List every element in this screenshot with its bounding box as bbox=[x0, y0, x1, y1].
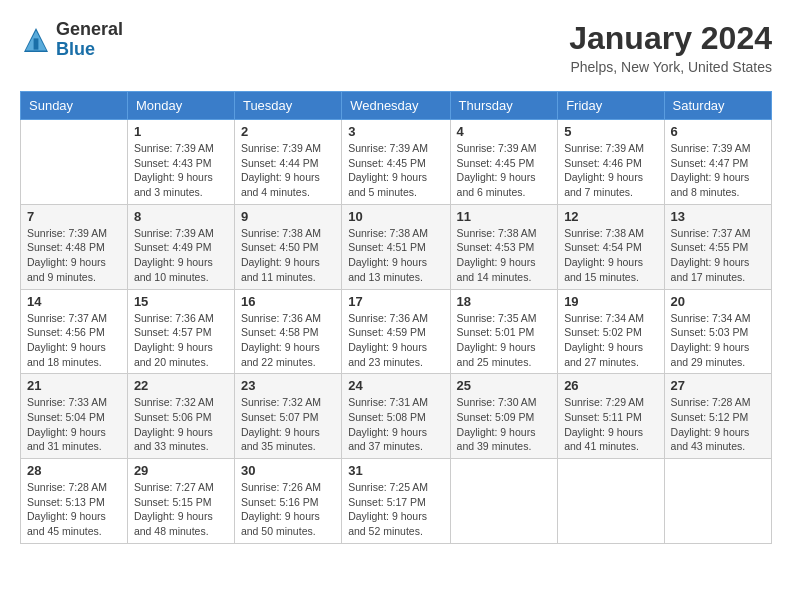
calendar-cell-w3-d7: 20Sunrise: 7:34 AMSunset: 5:03 PMDayligh… bbox=[664, 289, 771, 374]
day-number: 25 bbox=[457, 378, 552, 393]
day-info: Sunrise: 7:33 AMSunset: 5:04 PMDaylight:… bbox=[27, 395, 121, 454]
day-info: Sunrise: 7:34 AMSunset: 5:02 PMDaylight:… bbox=[564, 311, 657, 370]
calendar-cell-w4-d1: 21Sunrise: 7:33 AMSunset: 5:04 PMDayligh… bbox=[21, 374, 128, 459]
day-info: Sunrise: 7:39 AMSunset: 4:49 PMDaylight:… bbox=[134, 226, 228, 285]
day-number: 7 bbox=[27, 209, 121, 224]
day-number: 8 bbox=[134, 209, 228, 224]
day-number: 2 bbox=[241, 124, 335, 139]
day-number: 4 bbox=[457, 124, 552, 139]
calendar-cell-w1-d5: 4Sunrise: 7:39 AMSunset: 4:45 PMDaylight… bbox=[450, 120, 558, 205]
col-tuesday: Tuesday bbox=[234, 92, 341, 120]
calendar-header-row: Sunday Monday Tuesday Wednesday Thursday… bbox=[21, 92, 772, 120]
calendar-cell-w5-d4: 31Sunrise: 7:25 AMSunset: 5:17 PMDayligh… bbox=[342, 459, 450, 544]
month-year: January 2024 bbox=[569, 20, 772, 57]
calendar-cell-w4-d7: 27Sunrise: 7:28 AMSunset: 5:12 PMDayligh… bbox=[664, 374, 771, 459]
day-number: 22 bbox=[134, 378, 228, 393]
calendar-cell-w1-d1 bbox=[21, 120, 128, 205]
week-row-3: 14Sunrise: 7:37 AMSunset: 4:56 PMDayligh… bbox=[21, 289, 772, 374]
day-info: Sunrise: 7:30 AMSunset: 5:09 PMDaylight:… bbox=[457, 395, 552, 454]
week-row-2: 7Sunrise: 7:39 AMSunset: 4:48 PMDaylight… bbox=[21, 204, 772, 289]
calendar-cell-w1-d7: 6Sunrise: 7:39 AMSunset: 4:47 PMDaylight… bbox=[664, 120, 771, 205]
day-number: 12 bbox=[564, 209, 657, 224]
day-info: Sunrise: 7:38 AMSunset: 4:50 PMDaylight:… bbox=[241, 226, 335, 285]
day-info: Sunrise: 7:29 AMSunset: 5:11 PMDaylight:… bbox=[564, 395, 657, 454]
page-header: General Blue January 2024 Phelps, New Yo… bbox=[20, 20, 772, 75]
day-info: Sunrise: 7:39 AMSunset: 4:48 PMDaylight:… bbox=[27, 226, 121, 285]
day-info: Sunrise: 7:26 AMSunset: 5:16 PMDaylight:… bbox=[241, 480, 335, 539]
day-number: 24 bbox=[348, 378, 443, 393]
col-saturday: Saturday bbox=[664, 92, 771, 120]
calendar-cell-w5-d5 bbox=[450, 459, 558, 544]
day-info: Sunrise: 7:28 AMSunset: 5:13 PMDaylight:… bbox=[27, 480, 121, 539]
day-number: 10 bbox=[348, 209, 443, 224]
day-info: Sunrise: 7:36 AMSunset: 4:57 PMDaylight:… bbox=[134, 311, 228, 370]
calendar-cell-w5-d6 bbox=[558, 459, 664, 544]
day-info: Sunrise: 7:36 AMSunset: 4:58 PMDaylight:… bbox=[241, 311, 335, 370]
week-row-5: 28Sunrise: 7:28 AMSunset: 5:13 PMDayligh… bbox=[21, 459, 772, 544]
day-number: 18 bbox=[457, 294, 552, 309]
day-info: Sunrise: 7:25 AMSunset: 5:17 PMDaylight:… bbox=[348, 480, 443, 539]
day-number: 5 bbox=[564, 124, 657, 139]
calendar-cell-w5-d3: 30Sunrise: 7:26 AMSunset: 5:16 PMDayligh… bbox=[234, 459, 341, 544]
calendar-cell-w4-d5: 25Sunrise: 7:30 AMSunset: 5:09 PMDayligh… bbox=[450, 374, 558, 459]
day-number: 31 bbox=[348, 463, 443, 478]
calendar-cell-w2-d1: 7Sunrise: 7:39 AMSunset: 4:48 PMDaylight… bbox=[21, 204, 128, 289]
calendar-cell-w4-d2: 22Sunrise: 7:32 AMSunset: 5:06 PMDayligh… bbox=[127, 374, 234, 459]
title-section: January 2024 Phelps, New York, United St… bbox=[569, 20, 772, 75]
logo-blue-text: Blue bbox=[56, 40, 123, 60]
day-info: Sunrise: 7:39 AMSunset: 4:46 PMDaylight:… bbox=[564, 141, 657, 200]
day-info: Sunrise: 7:28 AMSunset: 5:12 PMDaylight:… bbox=[671, 395, 765, 454]
week-row-1: 1Sunrise: 7:39 AMSunset: 4:43 PMDaylight… bbox=[21, 120, 772, 205]
day-number: 30 bbox=[241, 463, 335, 478]
day-number: 11 bbox=[457, 209, 552, 224]
calendar-cell-w5-d1: 28Sunrise: 7:28 AMSunset: 5:13 PMDayligh… bbox=[21, 459, 128, 544]
day-number: 29 bbox=[134, 463, 228, 478]
calendar-cell-w1-d4: 3Sunrise: 7:39 AMSunset: 4:45 PMDaylight… bbox=[342, 120, 450, 205]
calendar-cell-w5-d7 bbox=[664, 459, 771, 544]
logo: General Blue bbox=[20, 20, 123, 60]
day-info: Sunrise: 7:36 AMSunset: 4:59 PMDaylight:… bbox=[348, 311, 443, 370]
day-info: Sunrise: 7:39 AMSunset: 4:45 PMDaylight:… bbox=[348, 141, 443, 200]
day-info: Sunrise: 7:38 AMSunset: 4:54 PMDaylight:… bbox=[564, 226, 657, 285]
calendar-cell-w2-d4: 10Sunrise: 7:38 AMSunset: 4:51 PMDayligh… bbox=[342, 204, 450, 289]
calendar-cell-w2-d3: 9Sunrise: 7:38 AMSunset: 4:50 PMDaylight… bbox=[234, 204, 341, 289]
calendar-cell-w3-d5: 18Sunrise: 7:35 AMSunset: 5:01 PMDayligh… bbox=[450, 289, 558, 374]
day-info: Sunrise: 7:38 AMSunset: 4:51 PMDaylight:… bbox=[348, 226, 443, 285]
day-number: 26 bbox=[564, 378, 657, 393]
day-info: Sunrise: 7:27 AMSunset: 5:15 PMDaylight:… bbox=[134, 480, 228, 539]
calendar-cell-w4-d6: 26Sunrise: 7:29 AMSunset: 5:11 PMDayligh… bbox=[558, 374, 664, 459]
calendar-cell-w3-d1: 14Sunrise: 7:37 AMSunset: 4:56 PMDayligh… bbox=[21, 289, 128, 374]
day-info: Sunrise: 7:32 AMSunset: 5:07 PMDaylight:… bbox=[241, 395, 335, 454]
day-number: 3 bbox=[348, 124, 443, 139]
day-info: Sunrise: 7:39 AMSunset: 4:43 PMDaylight:… bbox=[134, 141, 228, 200]
calendar-cell-w5-d2: 29Sunrise: 7:27 AMSunset: 5:15 PMDayligh… bbox=[127, 459, 234, 544]
calendar-cell-w2-d7: 13Sunrise: 7:37 AMSunset: 4:55 PMDayligh… bbox=[664, 204, 771, 289]
col-wednesday: Wednesday bbox=[342, 92, 450, 120]
day-number: 20 bbox=[671, 294, 765, 309]
day-info: Sunrise: 7:34 AMSunset: 5:03 PMDaylight:… bbox=[671, 311, 765, 370]
calendar-cell-w1-d2: 1Sunrise: 7:39 AMSunset: 4:43 PMDaylight… bbox=[127, 120, 234, 205]
calendar-cell-w3-d2: 15Sunrise: 7:36 AMSunset: 4:57 PMDayligh… bbox=[127, 289, 234, 374]
day-info: Sunrise: 7:39 AMSunset: 4:47 PMDaylight:… bbox=[671, 141, 765, 200]
col-sunday: Sunday bbox=[21, 92, 128, 120]
calendar-cell-w1-d3: 2Sunrise: 7:39 AMSunset: 4:44 PMDaylight… bbox=[234, 120, 341, 205]
day-info: Sunrise: 7:37 AMSunset: 4:56 PMDaylight:… bbox=[27, 311, 121, 370]
calendar-cell-w4-d4: 24Sunrise: 7:31 AMSunset: 5:08 PMDayligh… bbox=[342, 374, 450, 459]
calendar-cell-w2-d5: 11Sunrise: 7:38 AMSunset: 4:53 PMDayligh… bbox=[450, 204, 558, 289]
day-number: 19 bbox=[564, 294, 657, 309]
calendar-cell-w2-d6: 12Sunrise: 7:38 AMSunset: 4:54 PMDayligh… bbox=[558, 204, 664, 289]
col-friday: Friday bbox=[558, 92, 664, 120]
day-info: Sunrise: 7:39 AMSunset: 4:45 PMDaylight:… bbox=[457, 141, 552, 200]
day-number: 27 bbox=[671, 378, 765, 393]
location: Phelps, New York, United States bbox=[569, 59, 772, 75]
day-number: 23 bbox=[241, 378, 335, 393]
day-number: 6 bbox=[671, 124, 765, 139]
calendar-cell-w3-d6: 19Sunrise: 7:34 AMSunset: 5:02 PMDayligh… bbox=[558, 289, 664, 374]
day-number: 15 bbox=[134, 294, 228, 309]
logo-general-text: General bbox=[56, 20, 123, 40]
calendar-cell-w2-d2: 8Sunrise: 7:39 AMSunset: 4:49 PMDaylight… bbox=[127, 204, 234, 289]
calendar-cell-w3-d3: 16Sunrise: 7:36 AMSunset: 4:58 PMDayligh… bbox=[234, 289, 341, 374]
day-info: Sunrise: 7:32 AMSunset: 5:06 PMDaylight:… bbox=[134, 395, 228, 454]
week-row-4: 21Sunrise: 7:33 AMSunset: 5:04 PMDayligh… bbox=[21, 374, 772, 459]
day-info: Sunrise: 7:37 AMSunset: 4:55 PMDaylight:… bbox=[671, 226, 765, 285]
